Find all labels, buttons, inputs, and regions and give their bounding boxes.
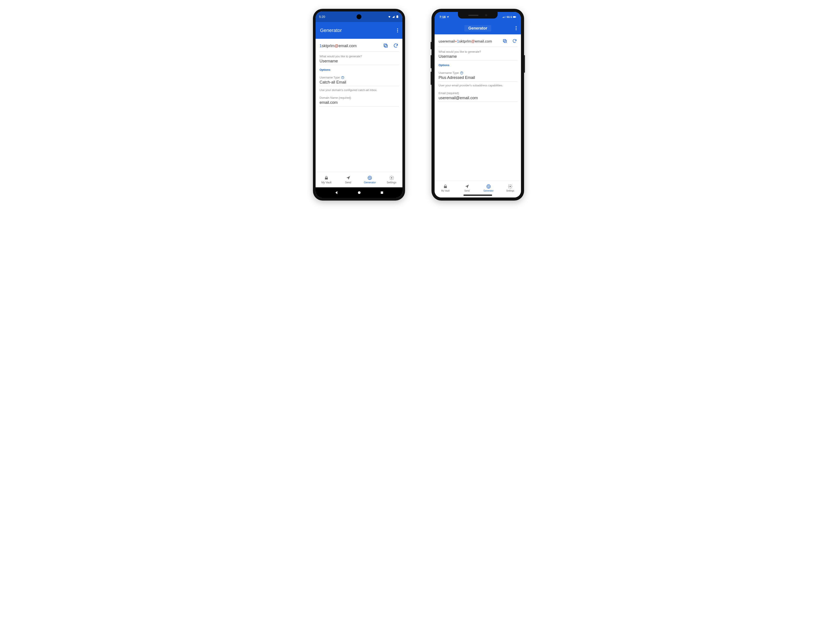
divider — [438, 102, 517, 102]
tab-generator[interactable]: Generator — [359, 172, 381, 187]
home-indicator[interactable] — [463, 195, 492, 196]
username-type-hint: User your email provider's subaddress ca… — [435, 82, 521, 89]
generated-value: 1sktprlm@email.com — [320, 44, 356, 48]
tab-generator[interactable]: Generator — [478, 181, 499, 195]
gear-icon — [508, 184, 513, 189]
refresh-icon[interactable] — [393, 43, 399, 48]
home-icon[interactable] — [357, 191, 361, 195]
help-icon[interactable] — [341, 76, 344, 79]
overflow-menu-button[interactable] — [516, 26, 517, 30]
email-label: Email (required) — [438, 92, 517, 95]
lock-icon — [443, 184, 448, 189]
username-type-field[interactable]: Username Type Catch-all Email — [315, 73, 402, 86]
page-title: Generator — [464, 25, 491, 31]
page-title: Generator — [320, 28, 342, 33]
back-icon[interactable] — [335, 191, 338, 195]
content-area: useremail+1sktprlm@email.com What would … — [435, 34, 521, 181]
options-header: Options — [315, 65, 402, 73]
divider — [319, 106, 399, 107]
recents-icon[interactable] — [380, 191, 384, 194]
refresh-icon[interactable] — [512, 39, 517, 43]
status-icons: 5G E — [503, 15, 516, 18]
network-label: 5G E — [507, 16, 512, 18]
options-header: Options — [435, 61, 521, 68]
overflow-menu-button[interactable] — [397, 28, 398, 33]
tab-send[interactable]: Send — [337, 172, 359, 187]
generator-icon — [486, 184, 491, 189]
android-device: 5:20 Generator 1sktprlm@email.com — [313, 9, 405, 200]
status-time: 5:20 — [319, 15, 325, 18]
username-type-field[interactable]: Username Type Plus Adressed Email — [435, 68, 521, 81]
username-type-value: Catch-all Email — [320, 80, 399, 85]
generated-value-row: 1sktprlm@email.com — [315, 39, 402, 51]
cell-icon — [392, 15, 395, 18]
generate-type-label: What would you like to generate? — [320, 55, 399, 58]
domain-name-value: email.com — [320, 100, 399, 105]
status-time: 7:18 — [440, 15, 446, 19]
generate-type-value: Username — [438, 54, 517, 59]
tab-settings[interactable]: Settings — [499, 181, 521, 195]
wifi-icon — [388, 15, 391, 18]
svg-point-15 — [358, 191, 361, 194]
battery-icon — [396, 15, 399, 18]
android-nav-bar — [315, 187, 402, 198]
username-type-label: Username Type — [320, 76, 399, 79]
status-icons — [388, 15, 399, 18]
tab-my-vault[interactable]: My Vault — [435, 181, 456, 195]
generated-value-row: useremail+1sktprlm@email.com — [435, 34, 521, 47]
copy-icon[interactable] — [383, 43, 388, 48]
username-type-value: Plus Adressed Email — [438, 76, 517, 80]
generate-type-field[interactable]: What would you like to generate? Usernam… — [435, 47, 521, 60]
username-type-label: Username Type — [438, 71, 517, 74]
domain-name-label: Domain Name (required) — [320, 96, 399, 99]
ios-device: 7:18 5G E Generator useremail+1sktprlm@e… — [432, 9, 524, 200]
tab-send[interactable]: Send — [456, 181, 478, 195]
punch-hole-camera — [356, 14, 361, 19]
generate-type-label: What would you like to generate? — [438, 50, 517, 53]
lock-icon — [324, 176, 329, 180]
tab-settings[interactable]: Settings — [381, 172, 403, 187]
username-type-hint: Use your domain's configured catch-all i… — [315, 86, 402, 93]
generator-icon — [368, 176, 372, 180]
app-bar: Generator — [315, 22, 402, 39]
copy-icon[interactable] — [502, 39, 507, 43]
battery-icon — [513, 15, 516, 18]
content-area: 1sktprlm@email.com What would you like t… — [315, 39, 402, 172]
options-label: Options — [438, 64, 517, 67]
generated-value: useremail+1sktprlm@email.com — [438, 39, 492, 44]
send-icon — [346, 176, 351, 180]
generate-type-value: Username — [320, 59, 399, 64]
app-bar: Generator — [435, 22, 521, 34]
send-icon — [464, 184, 469, 189]
tab-my-vault[interactable]: My Vault — [315, 172, 337, 187]
generate-type-field[interactable]: What would you like to generate? Usernam… — [315, 52, 402, 65]
email-field[interactable]: Email (required) useremail@email.com — [435, 89, 521, 102]
gear-icon — [389, 176, 394, 180]
domain-name-field[interactable]: Domain Name (required) email.com — [315, 93, 402, 106]
cell-bars-icon — [503, 15, 506, 18]
notch — [458, 12, 497, 18]
android-status-bar: 5:20 — [315, 12, 402, 22]
bottom-tabs: My Vault Send Generator Settings — [315, 172, 402, 187]
location-icon — [446, 16, 449, 18]
help-icon[interactable] — [460, 71, 463, 74]
svg-rect-16 — [381, 192, 383, 194]
email-value: useremail@email.com — [438, 96, 517, 100]
options-label: Options — [320, 68, 399, 71]
